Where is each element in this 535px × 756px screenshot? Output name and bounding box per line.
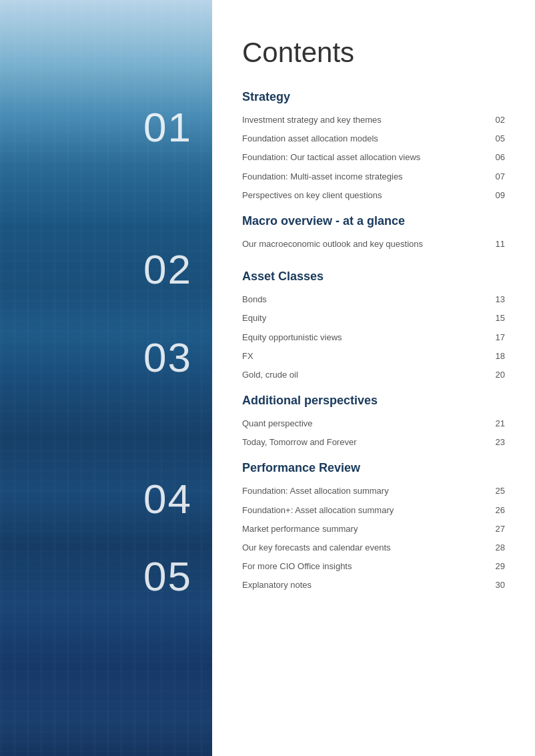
right-panel: Contents Strategy Investment strategy an… [212, 0, 535, 756]
toc-item-label: For more CIO Office insights [242, 560, 482, 573]
toc-item-label: Our key forecasts and calendar events [242, 542, 482, 554]
section-heading-performance: Performance Review [242, 461, 505, 475]
toc-item-page: 06 [488, 152, 505, 162]
toc-item[interactable]: Foundation: Multi-asset income strategie… [242, 167, 505, 186]
toc-item-label: Quant perspective [242, 418, 482, 430]
toc-item-label: Explanatory notes [242, 579, 482, 591]
toc-item-label: Market performance summary [242, 523, 482, 535]
toc-item[interactable]: Quant perspective 21 [242, 414, 505, 433]
toc-item-label: Our macroeconomic outlook and key questi… [242, 238, 482, 250]
toc-item-page: 07 [488, 171, 505, 181]
section-number-01: 01 [143, 103, 192, 151]
toc-item[interactable]: Today, Tomorrow and Forever 23 [242, 433, 505, 452]
toc-item-page: 02 [488, 115, 505, 125]
toc-item-page: 30 [488, 580, 505, 590]
toc-item[interactable]: Our macroeconomic outlook and key questi… [242, 235, 505, 254]
section-number-05: 05 [143, 552, 192, 600]
toc-item[interactable]: Foundation: Asset allocation summary 25 [242, 482, 505, 500]
toc-item[interactable]: For more CIO Office insights 29 [242, 557, 505, 576]
toc-item[interactable]: Market performance summary 27 [242, 520, 505, 538]
toc-item[interactable]: Foundation: Our tactical asset allocatio… [242, 148, 505, 167]
toc-item-page: 05 [488, 133, 505, 143]
section-heading-strategy: Strategy [242, 90, 505, 104]
toc-item-page: 28 [488, 542, 505, 552]
section-numbers: 01 02 03 04 05 [0, 0, 199, 756]
toc-item-label: Foundation: Asset allocation summary [242, 485, 482, 497]
toc-item-page: 27 [488, 524, 505, 534]
toc-item-page: 26 [488, 505, 505, 515]
toc-item-page: 17 [488, 332, 505, 342]
section-number-04: 04 [143, 475, 192, 522]
toc-item-label: Equity opportunistic views [242, 332, 482, 344]
toc-item[interactable]: Gold, crude oil 20 [242, 366, 505, 384]
toc-item-label: Perspectives on key client questions [242, 190, 482, 202]
toc-item-label: Foundation+: Asset allocation summary [242, 504, 482, 516]
toc-item-label: Foundation asset allocation models [242, 133, 482, 145]
left-panel: 01 02 03 04 05 [0, 0, 212, 756]
section-number-03: 03 [143, 334, 192, 381]
toc-item-page: 18 [488, 351, 505, 361]
toc-item-label: Equity [242, 312, 482, 324]
toc-item[interactable]: Perspectives on key client questions 09 [242, 186, 505, 205]
toc-item-page: 11 [488, 239, 505, 249]
toc-item[interactable]: Investment strategy and key themes 02 [242, 111, 505, 129]
toc-item-label: FX [242, 350, 482, 362]
toc-item-label: Today, Tomorrow and Forever [242, 436, 482, 448]
section-heading-macro: Macro overview - at a glance [242, 214, 505, 228]
toc-item-label: Foundation: Multi-asset income strategie… [242, 171, 482, 183]
toc-item-page: 23 [488, 437, 505, 447]
toc-item[interactable]: Equity 15 [242, 309, 505, 328]
toc-item-page: 29 [488, 561, 505, 571]
toc-item[interactable]: Equity opportunistic views 17 [242, 328, 505, 347]
toc-item[interactable]: Our key forecasts and calendar events 28 [242, 538, 505, 557]
toc-item[interactable]: Foundation+: Asset allocation summary 26 [242, 501, 505, 520]
section-heading-additional: Additional perspectives [242, 394, 505, 408]
toc-item-label: Investment strategy and key themes [242, 114, 482, 126]
toc-item-label: Foundation: Our tactical asset allocatio… [242, 151, 482, 163]
toc-item-page: 15 [488, 313, 505, 323]
page-title: Contents [242, 37, 505, 69]
toc-item[interactable]: Foundation asset allocation models 05 [242, 129, 505, 148]
toc-item[interactable]: Bonds 13 [242, 290, 505, 309]
section-heading-asset-classes: Asset Classes [242, 270, 505, 284]
toc-item-page: 09 [488, 190, 505, 200]
toc-item-label: Gold, crude oil [242, 369, 482, 381]
toc-item-page: 13 [488, 294, 505, 304]
toc-item[interactable]: Explanatory notes 30 [242, 576, 505, 595]
toc-item-label: Bonds [242, 294, 482, 306]
toc-item-page: 21 [488, 418, 505, 428]
toc-item-page: 25 [488, 486, 505, 496]
toc-item-page: 20 [488, 370, 505, 380]
section-number-02: 02 [143, 246, 192, 293]
toc-item[interactable]: FX 18 [242, 347, 505, 366]
spacer [242, 254, 505, 260]
